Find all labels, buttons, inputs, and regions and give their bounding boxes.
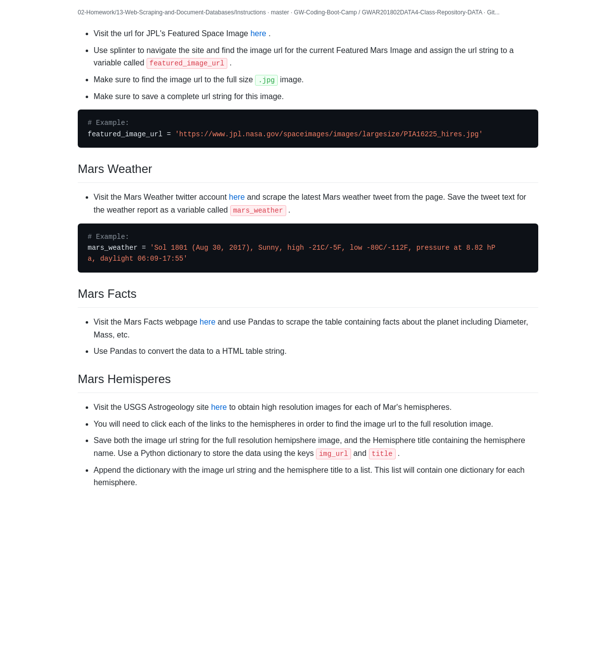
text: .: [229, 58, 231, 67]
mars-hemispheres-heading: Mars Hemisperes: [78, 370, 538, 393]
text: and: [353, 449, 368, 457]
list-item: Visit the USGS Astrogeology site here to…: [94, 401, 538, 414]
text: Make sure to find the image url to the f…: [94, 75, 255, 84]
list-item: Make sure to find the image url to the f…: [94, 73, 538, 86]
code-block-featured-image: # Example: featured_image_url = 'https:/…: [78, 110, 538, 148]
text: Use Pandas to convert the data to a HTML…: [94, 347, 287, 355]
inline-code-jpg: .jpg: [255, 75, 278, 86]
text: Visit the Mars Weather twitter account: [94, 193, 229, 201]
code-line: featured_image_url = 'https://www.jpl.na…: [88, 129, 528, 140]
jpl-link[interactable]: here: [251, 29, 266, 38]
code-var: mars_weather: [88, 244, 138, 252]
text: Save both the image url string for the f…: [94, 436, 525, 457]
code-operator: =: [167, 130, 175, 138]
code-string-2: a, daylight 06:09-17:55': [88, 255, 188, 263]
mars-facts-heading: Mars Facts: [78, 284, 538, 308]
list-item: Visit the Mars Facts webpage here and us…: [94, 316, 538, 341]
inline-code-featured-image-url: featured_image_url: [147, 58, 227, 69]
list-item: Save both the image url string for the f…: [94, 434, 538, 459]
code-comment: # Example:: [88, 119, 129, 127]
text: You will need to click each of the links…: [94, 420, 493, 428]
text: Visit the url for JPL's Featured Space I…: [94, 29, 251, 38]
list-item: Visit the url for JPL's Featured Space I…: [94, 27, 538, 40]
text: Make sure to save a complete url string …: [94, 92, 284, 101]
mars-facts-list: Visit the Mars Facts webpage here and us…: [78, 316, 538, 358]
list-item: Append the dictionary with the image url…: [94, 464, 538, 489]
list-item: You will need to click each of the links…: [94, 418, 538, 431]
text: Visit the USGS Astrogeology site: [94, 403, 211, 411]
code-comment-line: # Example:: [88, 231, 528, 242]
list-item: Use splinter to navigate the site and fi…: [94, 44, 538, 69]
mars-facts-link[interactable]: here: [200, 318, 215, 326]
page-container: 02-Homework/13-Web-Scraping-and-Document…: [58, 0, 558, 515]
inline-code-mars-weather: mars_weather: [230, 205, 286, 216]
mars-weather-heading: Mars Weather: [78, 160, 538, 183]
code-block-mars-weather: # Example: mars_weather = 'Sol 1801 (Aug…: [78, 224, 538, 273]
code-comment: # Example:: [88, 233, 129, 241]
featured-image-list: Visit the url for JPL's Featured Space I…: [78, 27, 538, 103]
inline-code-img-url: img_url: [316, 448, 351, 459]
text: Visit the Mars Facts webpage: [94, 318, 200, 326]
code-var: featured_image_url: [88, 130, 162, 138]
code-comment-line: # Example:: [88, 117, 528, 128]
text: .: [268, 29, 270, 38]
code-string: 'https://www.jpl.nasa.gov/spaceimages/im…: [175, 130, 483, 138]
text: to obtain high resolution images for eac…: [229, 403, 452, 411]
mars-hemispheres-list: Visit the USGS Astrogeology site here to…: [78, 401, 538, 489]
list-item: Use Pandas to convert the data to a HTML…: [94, 345, 538, 358]
breadcrumb: 02-Homework/13-Web-Scraping-and-Document…: [78, 5, 538, 21]
code-string-1: 'Sol 1801 (Aug 30, 2017), Sunny, high -2…: [150, 244, 495, 252]
usgs-link[interactable]: here: [211, 403, 227, 411]
text: .: [398, 449, 400, 457]
mars-weather-list: Visit the Mars Weather twitter account h…: [78, 191, 538, 216]
list-item: Visit the Mars Weather twitter account h…: [94, 191, 538, 216]
list-item: Make sure to save a complete url string …: [94, 90, 538, 103]
inline-code-title: title: [369, 448, 396, 459]
text: .: [288, 206, 290, 214]
code-line-2: a, daylight 06:09-17:55': [88, 253, 528, 264]
text: image.: [280, 75, 304, 84]
code-line-1: mars_weather = 'Sol 1801 (Aug 30, 2017),…: [88, 242, 528, 253]
code-operator: =: [142, 244, 150, 252]
mars-weather-twitter-link[interactable]: here: [229, 193, 245, 201]
text: Append the dictionary with the image url…: [94, 466, 524, 487]
